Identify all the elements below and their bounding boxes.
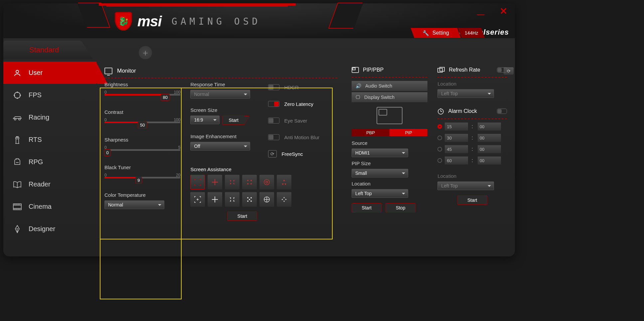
image-enhancement-label: Image Enhancement bbox=[190, 134, 253, 139]
svg-point-21 bbox=[247, 183, 248, 184]
sidebar-item-label: FPS bbox=[29, 91, 42, 99]
contrast-slider[interactable]: 0100 50 bbox=[104, 118, 180, 132]
overlap-icon bbox=[437, 67, 445, 73]
section-divider bbox=[437, 77, 507, 78]
screen-size-start-button[interactable]: Start bbox=[222, 116, 245, 125]
alarm-radio-1[interactable] bbox=[437, 124, 442, 129]
screen-size-dropdown[interactable]: 16:9 bbox=[190, 116, 220, 124]
pip-icon bbox=[352, 67, 359, 73]
minimize-icon: _ bbox=[477, 1, 484, 16]
minimize-button[interactable]: _ bbox=[472, 3, 490, 19]
sidebar-item-user[interactable]: User bbox=[3, 62, 96, 84]
svg-point-33 bbox=[250, 197, 252, 198]
alarm-radio-3[interactable] bbox=[437, 147, 442, 152]
freesync-button[interactable]: ⟳ bbox=[268, 150, 277, 158]
pip-section-header: PIP/PBP bbox=[352, 67, 427, 73]
brand-subtitle: GAMING OSD bbox=[172, 16, 261, 27]
svg-rect-45 bbox=[353, 68, 355, 70]
anti-motion-blur-label: Anti Motion Blur bbox=[284, 135, 319, 140]
section-divider bbox=[104, 78, 337, 78]
monitor-icon: 🖵 bbox=[356, 95, 360, 100]
sidebar-item-label: User bbox=[29, 69, 43, 77]
svg-point-24 bbox=[266, 181, 268, 183]
alarm-radio-4[interactable] bbox=[437, 158, 442, 163]
svg-point-35 bbox=[250, 200, 252, 202]
msi-shield-icon: 🐉 bbox=[115, 12, 132, 31]
alarm-sec-2[interactable]: 00 bbox=[478, 134, 494, 142]
profile-tabs: Standard ＋ bbox=[3, 39, 515, 59]
pip-location-dropdown[interactable]: Left Top bbox=[352, 189, 408, 198]
freesync-label: FreeSync bbox=[281, 151, 303, 157]
refresh-location-dropdown[interactable]: Left Top bbox=[437, 89, 494, 98]
screen-assist-start-button[interactable]: Start bbox=[227, 211, 257, 221]
refresh-rate-badge[interactable]: 144Hz bbox=[458, 28, 485, 38]
screen-assist-arrows-w[interactable] bbox=[225, 192, 240, 207]
black-tuner-slider[interactable]: 020 9 bbox=[104, 173, 180, 187]
eye-saver-label: Eye Saver bbox=[284, 118, 307, 124]
screen-assist-corners-w[interactable] bbox=[190, 192, 205, 207]
zero-latency-toggle[interactable] bbox=[268, 101, 279, 107]
screen-assist-dots-w[interactable] bbox=[242, 192, 257, 207]
plus-icon: ＋ bbox=[141, 47, 150, 59]
screen-assist-arrows[interactable] bbox=[225, 175, 240, 189]
sidebar-item-label: Reader bbox=[29, 180, 51, 188]
hdcr-toggle[interactable] bbox=[268, 84, 279, 90]
close-button[interactable]: ✕ bbox=[494, 3, 512, 19]
pip-source-dropdown[interactable]: HDMI1 bbox=[352, 149, 408, 157]
sidebar-item-rts[interactable]: RTS bbox=[3, 129, 96, 151]
add-profile-button[interactable]: ＋ bbox=[139, 46, 152, 59]
sidebar-item-designer[interactable]: Designer bbox=[3, 218, 96, 240]
sidebar-item-cinema[interactable]: Cinema bbox=[3, 195, 96, 218]
response-time-dropdown[interactable]: Normal bbox=[190, 90, 250, 99]
sidebar-item-reader[interactable]: Reader bbox=[3, 173, 96, 195]
section-divider bbox=[352, 77, 427, 78]
setting-label: Setting bbox=[432, 30, 449, 36]
alarm-min-4[interactable]: 60 bbox=[445, 157, 461, 164]
pip-location-label: Location bbox=[352, 181, 427, 186]
svg-point-36 bbox=[249, 199, 250, 200]
alarm-sec-4[interactable]: 00 bbox=[478, 157, 494, 164]
sidebar-item-racing[interactable]: Racing bbox=[3, 106, 96, 129]
screen-assist-none[interactable] bbox=[190, 175, 205, 189]
refresh-rate-toggle[interactable] bbox=[497, 67, 507, 73]
alarm-sec-1[interactable]: 00 bbox=[478, 123, 494, 131]
speaker-icon: 🔊 bbox=[356, 83, 361, 89]
eye-saver-toggle[interactable] bbox=[268, 118, 279, 124]
display-switch-button[interactable]: 🖵Display Switch bbox=[352, 92, 427, 102]
brightness-slider[interactable]: 0100 80 bbox=[104, 90, 180, 104]
pip-stop-button[interactable]: Stop bbox=[386, 203, 415, 212]
pip-start-button[interactable]: Start bbox=[352, 203, 382, 212]
setting-button[interactable]: 🔧 Setting bbox=[411, 28, 461, 38]
alarm-location-dropdown[interactable]: Left Top bbox=[437, 181, 494, 190]
screen-assist-cross-w[interactable] bbox=[208, 192, 222, 207]
image-enhancement-dropdown[interactable]: Off bbox=[190, 142, 250, 151]
sidebar-item-label: Designer bbox=[29, 225, 55, 233]
alarm-min-2[interactable]: 30 bbox=[445, 134, 461, 142]
sidebar-item-rpg[interactable]: RPG bbox=[3, 151, 96, 173]
screen-assist-dots[interactable] bbox=[242, 175, 257, 189]
sharpness-slider[interactable]: 05 0 bbox=[104, 145, 180, 159]
monitor-section-header: Monitor ⟳ bbox=[104, 68, 337, 74]
color-temp-dropdown[interactable]: Normal bbox=[104, 200, 164, 209]
chess-icon bbox=[13, 135, 22, 145]
close-icon: ✕ bbox=[500, 6, 507, 17]
profile-tab-standard[interactable]: Standard bbox=[3, 41, 79, 59]
anti-motion-blur-toggle[interactable] bbox=[268, 134, 279, 140]
book-icon bbox=[13, 180, 22, 189]
pip-tab[interactable]: PIP bbox=[390, 129, 427, 136]
color-temp-label: Color Temperature bbox=[104, 192, 180, 198]
pip-size-dropdown[interactable]: Small bbox=[352, 169, 408, 177]
screen-assist-label: Screen Assistance bbox=[190, 166, 253, 172]
alarm-start-button[interactable]: Start bbox=[457, 195, 487, 205]
svg-point-1 bbox=[14, 92, 20, 98]
audio-switch-button[interactable]: 🔊Audio Switch bbox=[352, 81, 427, 91]
sidebar-item-fps[interactable]: FPS bbox=[3, 84, 96, 106]
alarm-toggle[interactable] bbox=[497, 109, 507, 114]
screen-assist-cross[interactable] bbox=[208, 175, 222, 189]
pbp-tab[interactable]: PBP bbox=[352, 129, 390, 136]
alarm-radio-2[interactable] bbox=[437, 136, 442, 140]
alarm-min-3[interactable]: 45 bbox=[445, 145, 461, 153]
alarm-sec-3[interactable]: 00 bbox=[478, 145, 494, 153]
hdcr-label: HDCR bbox=[284, 85, 298, 90]
alarm-min-1[interactable]: 15 bbox=[445, 123, 461, 131]
